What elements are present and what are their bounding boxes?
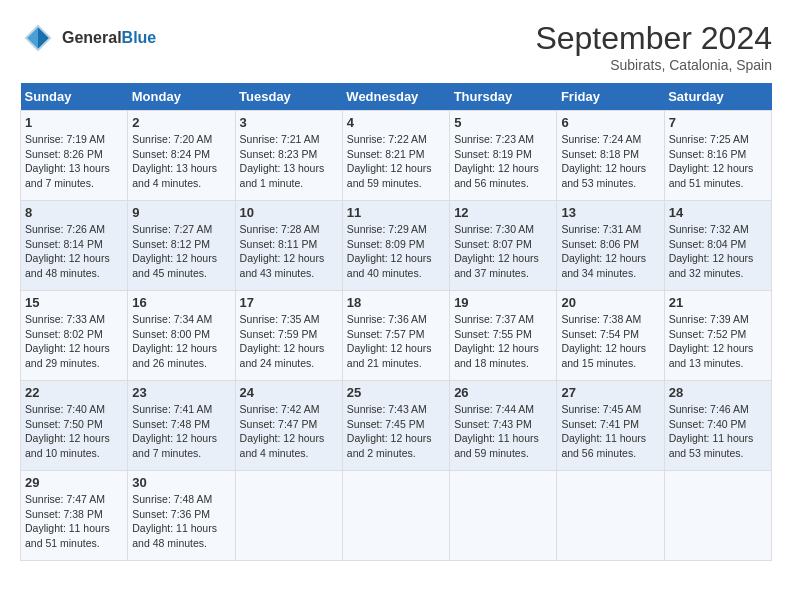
day-number: 26 <box>454 385 552 400</box>
day-number: 18 <box>347 295 445 310</box>
calendar-cell: 19 Sunrise: 7:37 AM Sunset: 7:55 PM Dayl… <box>450 291 557 381</box>
header-monday: Monday <box>128 83 235 111</box>
day-info: Sunrise: 7:29 AM Sunset: 8:09 PM Dayligh… <box>347 222 445 281</box>
calendar-week-row: 29 Sunrise: 7:47 AM Sunset: 7:38 PM Dayl… <box>21 471 772 561</box>
day-info: Sunrise: 7:24 AM Sunset: 8:18 PM Dayligh… <box>561 132 659 191</box>
day-number: 11 <box>347 205 445 220</box>
calendar-cell: 20 Sunrise: 7:38 AM Sunset: 7:54 PM Dayl… <box>557 291 664 381</box>
calendar-cell: 24 Sunrise: 7:42 AM Sunset: 7:47 PM Dayl… <box>235 381 342 471</box>
day-number: 21 <box>669 295 767 310</box>
day-number: 23 <box>132 385 230 400</box>
day-number: 24 <box>240 385 338 400</box>
logo: GeneralBlue <box>20 20 156 56</box>
day-number: 22 <box>25 385 123 400</box>
day-info: Sunrise: 7:41 AM Sunset: 7:48 PM Dayligh… <box>132 402 230 461</box>
day-number: 16 <box>132 295 230 310</box>
day-info: Sunrise: 7:25 AM Sunset: 8:16 PM Dayligh… <box>669 132 767 191</box>
calendar-cell: 12 Sunrise: 7:30 AM Sunset: 8:07 PM Dayl… <box>450 201 557 291</box>
day-number: 30 <box>132 475 230 490</box>
calendar-cell: 21 Sunrise: 7:39 AM Sunset: 7:52 PM Dayl… <box>664 291 771 381</box>
day-number: 29 <box>25 475 123 490</box>
day-info: Sunrise: 7:37 AM Sunset: 7:55 PM Dayligh… <box>454 312 552 371</box>
header-friday: Friday <box>557 83 664 111</box>
day-number: 9 <box>132 205 230 220</box>
calendar-cell: 26 Sunrise: 7:44 AM Sunset: 7:43 PM Dayl… <box>450 381 557 471</box>
location-subtitle: Subirats, Catalonia, Spain <box>535 57 772 73</box>
calendar-cell <box>235 471 342 561</box>
logo-icon <box>20 20 56 56</box>
calendar-cell: 13 Sunrise: 7:31 AM Sunset: 8:06 PM Dayl… <box>557 201 664 291</box>
calendar-cell: 10 Sunrise: 7:28 AM Sunset: 8:11 PM Dayl… <box>235 201 342 291</box>
day-number: 10 <box>240 205 338 220</box>
calendar-cell: 16 Sunrise: 7:34 AM Sunset: 8:00 PM Dayl… <box>128 291 235 381</box>
calendar-cell: 7 Sunrise: 7:25 AM Sunset: 8:16 PM Dayli… <box>664 111 771 201</box>
logo-blue: Blue <box>122 29 157 46</box>
day-number: 4 <box>347 115 445 130</box>
calendar-cell: 5 Sunrise: 7:23 AM Sunset: 8:19 PM Dayli… <box>450 111 557 201</box>
day-info: Sunrise: 7:48 AM Sunset: 7:36 PM Dayligh… <box>132 492 230 551</box>
header-wednesday: Wednesday <box>342 83 449 111</box>
calendar-table: Sunday Monday Tuesday Wednesday Thursday… <box>20 83 772 561</box>
calendar-cell: 2 Sunrise: 7:20 AM Sunset: 8:24 PM Dayli… <box>128 111 235 201</box>
day-number: 28 <box>669 385 767 400</box>
calendar-cell: 3 Sunrise: 7:21 AM Sunset: 8:23 PM Dayli… <box>235 111 342 201</box>
title-area: September 2024 Subirats, Catalonia, Spai… <box>535 20 772 73</box>
day-info: Sunrise: 7:35 AM Sunset: 7:59 PM Dayligh… <box>240 312 338 371</box>
day-number: 25 <box>347 385 445 400</box>
header-saturday: Saturday <box>664 83 771 111</box>
header-sunday: Sunday <box>21 83 128 111</box>
header-tuesday: Tuesday <box>235 83 342 111</box>
day-info: Sunrise: 7:22 AM Sunset: 8:21 PM Dayligh… <box>347 132 445 191</box>
day-info: Sunrise: 7:26 AM Sunset: 8:14 PM Dayligh… <box>25 222 123 281</box>
day-number: 13 <box>561 205 659 220</box>
day-number: 8 <box>25 205 123 220</box>
day-number: 5 <box>454 115 552 130</box>
logo-text: GeneralBlue <box>62 29 156 47</box>
calendar-cell: 1 Sunrise: 7:19 AM Sunset: 8:26 PM Dayli… <box>21 111 128 201</box>
day-info: Sunrise: 7:44 AM Sunset: 7:43 PM Dayligh… <box>454 402 552 461</box>
calendar-cell: 22 Sunrise: 7:40 AM Sunset: 7:50 PM Dayl… <box>21 381 128 471</box>
day-number: 12 <box>454 205 552 220</box>
day-info: Sunrise: 7:21 AM Sunset: 8:23 PM Dayligh… <box>240 132 338 191</box>
calendar-cell: 15 Sunrise: 7:33 AM Sunset: 8:02 PM Dayl… <box>21 291 128 381</box>
day-info: Sunrise: 7:19 AM Sunset: 8:26 PM Dayligh… <box>25 132 123 191</box>
day-number: 1 <box>25 115 123 130</box>
calendar-cell: 29 Sunrise: 7:47 AM Sunset: 7:38 PM Dayl… <box>21 471 128 561</box>
calendar-cell: 17 Sunrise: 7:35 AM Sunset: 7:59 PM Dayl… <box>235 291 342 381</box>
day-number: 3 <box>240 115 338 130</box>
calendar-cell: 8 Sunrise: 7:26 AM Sunset: 8:14 PM Dayli… <box>21 201 128 291</box>
day-info: Sunrise: 7:27 AM Sunset: 8:12 PM Dayligh… <box>132 222 230 281</box>
calendar-cell <box>450 471 557 561</box>
day-info: Sunrise: 7:33 AM Sunset: 8:02 PM Dayligh… <box>25 312 123 371</box>
calendar-cell: 18 Sunrise: 7:36 AM Sunset: 7:57 PM Dayl… <box>342 291 449 381</box>
calendar-cell: 14 Sunrise: 7:32 AM Sunset: 8:04 PM Dayl… <box>664 201 771 291</box>
day-info: Sunrise: 7:32 AM Sunset: 8:04 PM Dayligh… <box>669 222 767 281</box>
calendar-cell <box>664 471 771 561</box>
calendar-cell <box>342 471 449 561</box>
day-info: Sunrise: 7:42 AM Sunset: 7:47 PM Dayligh… <box>240 402 338 461</box>
calendar-cell: 4 Sunrise: 7:22 AM Sunset: 8:21 PM Dayli… <box>342 111 449 201</box>
calendar-week-row: 15 Sunrise: 7:33 AM Sunset: 8:02 PM Dayl… <box>21 291 772 381</box>
calendar-cell: 11 Sunrise: 7:29 AM Sunset: 8:09 PM Dayl… <box>342 201 449 291</box>
day-info: Sunrise: 7:39 AM Sunset: 7:52 PM Dayligh… <box>669 312 767 371</box>
day-info: Sunrise: 7:34 AM Sunset: 8:00 PM Dayligh… <box>132 312 230 371</box>
header-thursday: Thursday <box>450 83 557 111</box>
weekday-header-row: Sunday Monday Tuesday Wednesday Thursday… <box>21 83 772 111</box>
calendar-cell: 27 Sunrise: 7:45 AM Sunset: 7:41 PM Dayl… <box>557 381 664 471</box>
page-header: GeneralBlue September 2024 Subirats, Cat… <box>20 20 772 73</box>
day-number: 17 <box>240 295 338 310</box>
calendar-cell: 25 Sunrise: 7:43 AM Sunset: 7:45 PM Dayl… <box>342 381 449 471</box>
calendar-cell <box>557 471 664 561</box>
day-number: 27 <box>561 385 659 400</box>
logo-general: General <box>62 29 122 46</box>
day-number: 19 <box>454 295 552 310</box>
calendar-cell: 6 Sunrise: 7:24 AM Sunset: 8:18 PM Dayli… <box>557 111 664 201</box>
day-number: 15 <box>25 295 123 310</box>
calendar-week-row: 1 Sunrise: 7:19 AM Sunset: 8:26 PM Dayli… <box>21 111 772 201</box>
day-number: 7 <box>669 115 767 130</box>
calendar-cell: 30 Sunrise: 7:48 AM Sunset: 7:36 PM Dayl… <box>128 471 235 561</box>
day-info: Sunrise: 7:31 AM Sunset: 8:06 PM Dayligh… <box>561 222 659 281</box>
day-info: Sunrise: 7:36 AM Sunset: 7:57 PM Dayligh… <box>347 312 445 371</box>
calendar-cell: 28 Sunrise: 7:46 AM Sunset: 7:40 PM Dayl… <box>664 381 771 471</box>
day-info: Sunrise: 7:43 AM Sunset: 7:45 PM Dayligh… <box>347 402 445 461</box>
